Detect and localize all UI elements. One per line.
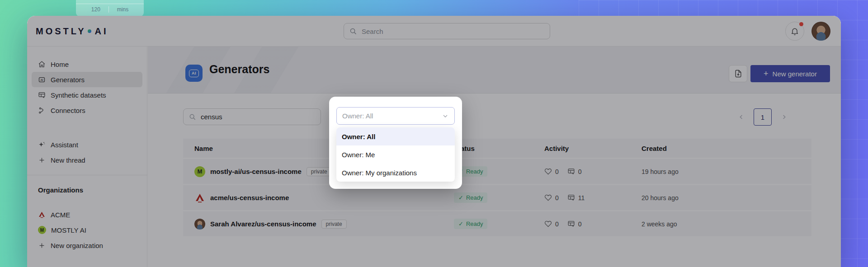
- owner-option-all[interactable]: Owner: All: [336, 127, 455, 145]
- chevron-down-icon: [442, 112, 449, 120]
- owner-filter-select[interactable]: Owner: All: [336, 107, 455, 125]
- background-panel-unit: mins: [117, 6, 128, 13]
- divider: [108, 6, 109, 13]
- owner-option-my-organizations[interactable]: Owner: My organizations: [336, 164, 455, 182]
- background-panel-value: 120: [91, 6, 100, 13]
- background-settings-panel: Max training time 120 mins: [76, 0, 144, 16]
- owner-filter-value: Owner: All: [342, 112, 442, 120]
- owner-filter-spotlight: Owner: All Owner: All Owner: Me Owner: M…: [329, 97, 462, 189]
- owner-option-me[interactable]: Owner: Me: [336, 145, 455, 164]
- owner-filter-menu: Owner: All Owner: Me Owner: My organizat…: [336, 127, 455, 182]
